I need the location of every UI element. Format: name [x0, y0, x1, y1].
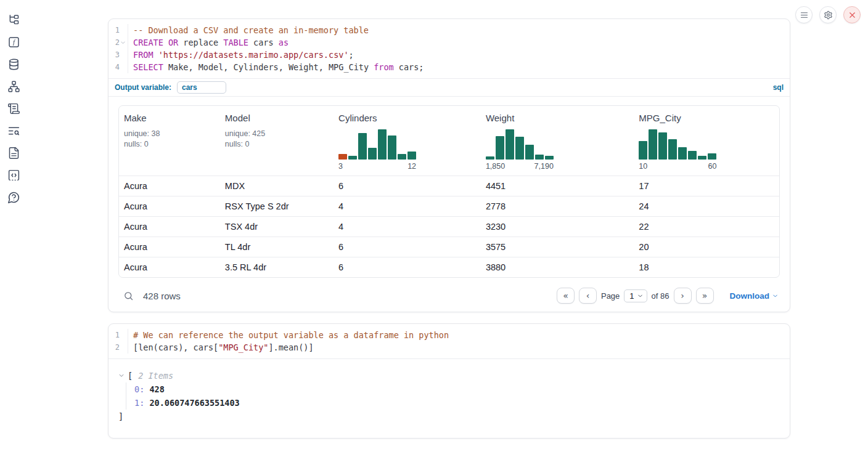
histogram-bar[interactable] [688, 151, 697, 160]
histogram-bar[interactable] [535, 155, 544, 160]
column-header-weight[interactable]: Weight1,8507,190 [481, 106, 634, 176]
download-button[interactable]: Download [730, 291, 779, 301]
code-line[interactable]: CREATE OR replace TABLE cars as [133, 36, 790, 49]
column-header-make[interactable]: Makeunique: 38nulls: 0 [119, 106, 220, 176]
axis-max-label: 60 [708, 162, 716, 171]
page-select[interactable]: 1 [624, 289, 647, 302]
histogram-bar[interactable] [658, 132, 667, 160]
line-number: 3 [108, 49, 128, 61]
documentation-file-icon[interactable] [7, 146, 20, 160]
notebook: 1234 -- Download a CSV and create an in-… [108, 18, 790, 439]
row-count: 428 rows [143, 291, 181, 301]
histogram-bar[interactable] [486, 156, 494, 160]
column-name: Weight [486, 113, 629, 123]
histogram-bar[interactable] [525, 145, 534, 160]
result-items: 0: 428 1: 20.060747663551403 [126, 382, 780, 410]
next-page-button[interactable]: › [674, 288, 692, 304]
item-value: 20.060747663551403 [149, 398, 239, 408]
code-lines[interactable]: -- Download a CSV and create an in-memor… [128, 24, 790, 73]
table-row[interactable]: AcuraMDX6445117 [119, 176, 779, 196]
code-line[interactable]: [len(cars), cars["MPG_City"].mean()] [133, 341, 790, 354]
table-row[interactable]: AcuraTL 4dr6357520 [119, 237, 779, 257]
histogram-bar[interactable] [506, 129, 514, 160]
file-explorer-icon[interactable] [7, 13, 20, 26]
logs-search-icon[interactable] [7, 124, 20, 137]
histogram-bar[interactable] [639, 141, 647, 160]
items-count-label: 2 Items [138, 369, 173, 382]
histogram-bars [486, 129, 554, 160]
histogram-bar[interactable] [368, 148, 377, 160]
language-badge[interactable]: sql [773, 83, 784, 92]
table-cell: 3.5 RL 4dr [220, 257, 334, 277]
column-header-model[interactable]: Modelunique: 425nulls: 0 [220, 106, 334, 176]
scratchpad-scroll-icon[interactable] [7, 102, 20, 115]
column-header-cylinders[interactable]: Cylinders312 [334, 106, 481, 176]
first-page-button[interactable]: « [557, 288, 575, 304]
table-cell: Acura [119, 237, 220, 257]
code-lines[interactable]: # We can reference the output variable a… [128, 329, 790, 354]
collapse-chevron-icon[interactable] [118, 373, 125, 379]
column-stats: unique: 38nulls: 0 [124, 129, 215, 150]
table-cell: 6 [334, 257, 481, 277]
open-bracket: [ [128, 369, 133, 382]
result-item: 0: 428 [134, 382, 780, 396]
histogram-bar[interactable] [388, 136, 396, 160]
item-index: 0: [134, 384, 144, 394]
snippets-code-icon[interactable] [7, 168, 20, 182]
shutdown-close-icon[interactable] [843, 6, 861, 23]
column-histogram[interactable]: 1,8507,190 [486, 129, 554, 171]
menu-icon[interactable] [795, 6, 813, 23]
table-cell: 24 [634, 196, 779, 216]
column-histogram[interactable]: 312 [338, 129, 416, 171]
datasources-database-icon[interactable] [7, 57, 20, 71]
dependency-graph-icon[interactable] [7, 79, 20, 93]
item-value: 428 [149, 384, 164, 394]
last-page-button[interactable]: » [696, 288, 714, 304]
histogram-bar[interactable] [407, 152, 416, 160]
histogram-bar[interactable] [668, 139, 677, 160]
help-icon[interactable] [7, 190, 20, 204]
code-line[interactable]: SELECT Make, Model, Cylinders, Weight, M… [133, 61, 790, 73]
table-cell: 3575 [481, 237, 634, 257]
code-line[interactable]: # We can reference the output variable a… [133, 329, 790, 341]
histogram-bar[interactable] [378, 129, 387, 160]
code-line[interactable]: FROM 'https://datasets.marimo.app/cars.c… [133, 49, 790, 61]
histogram-bar[interactable] [678, 147, 687, 160]
sql-code-editor[interactable]: 1234 -- Download a CSV and create an in-… [108, 19, 790, 78]
histogram-bar[interactable] [515, 137, 524, 160]
variables-function-icon[interactable]: f [7, 35, 20, 49]
histogram-bar[interactable] [708, 153, 716, 160]
python-output: [ 2 Items 0: 428 1: 20.060747663551403 ] [108, 358, 790, 438]
table-body: AcuraMDX6445117AcuraRSX Type S 2dr427782… [119, 176, 779, 277]
python-code-editor[interactable]: 12 # We can reference the output variabl… [108, 324, 790, 358]
python-cell: 12 # We can reference the output variabl… [108, 323, 790, 439]
histogram-bar[interactable] [338, 154, 347, 160]
table-row[interactable]: Acura3.5 RL 4dr6388018 [119, 257, 779, 277]
previous-page-button[interactable]: ‹ [579, 288, 597, 304]
histogram-bars [639, 129, 716, 160]
column-histogram[interactable]: 1060 [639, 129, 716, 171]
axis-min-label: 3 [338, 162, 343, 171]
table-cell: MDX [220, 176, 334, 196]
null-count: nulls: 0 [225, 139, 329, 150]
column-header-mpg_city[interactable]: MPG_City1060 [634, 106, 779, 176]
histogram-bar[interactable] [545, 156, 554, 160]
output-variable-input[interactable] [177, 81, 226, 94]
page-total-label: of 86 [652, 291, 669, 301]
unique-count: unique: 38 [124, 129, 215, 139]
histogram-bar[interactable] [348, 156, 357, 160]
line-number[interactable]: 2 [108, 36, 128, 49]
code-line[interactable]: -- Download a CSV and create an in-memor… [133, 24, 790, 36]
search-icon[interactable] [123, 291, 134, 301]
data-table: Makeunique: 38nulls: 0Modelunique: 425nu… [118, 105, 780, 278]
histogram-bar[interactable] [358, 133, 367, 160]
histogram-bar[interactable] [649, 129, 657, 160]
settings-gear-icon[interactable] [819, 6, 837, 23]
notebook-actions [795, 6, 861, 23]
table-row[interactable]: AcuraTSX 4dr4323022 [119, 216, 779, 237]
histogram-bar[interactable] [496, 136, 504, 160]
table-row[interactable]: AcuraRSX Type S 2dr4277824 [119, 196, 779, 216]
column-name: Cylinders [338, 113, 476, 123]
histogram-bar[interactable] [398, 154, 406, 160]
histogram-bar[interactable] [698, 156, 706, 160]
